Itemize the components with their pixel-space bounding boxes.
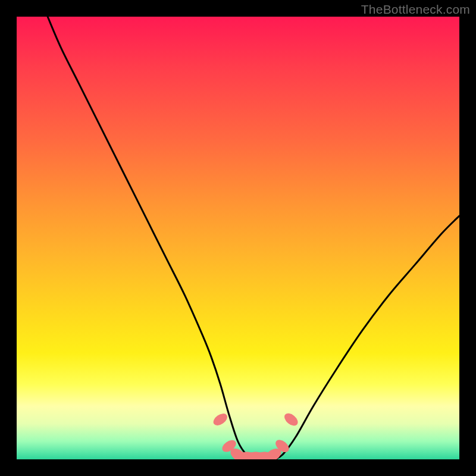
- optimal-marker: [211, 411, 229, 428]
- curve-svg: [17, 17, 459, 459]
- optimal-marker: [282, 411, 300, 428]
- bottleneck-curve-path: [48, 17, 459, 459]
- plot-area: [17, 17, 459, 459]
- optimal-band: [211, 411, 300, 459]
- watermark-text: TheBottleneck.com: [361, 2, 470, 17]
- chart-frame: TheBottleneck.com: [0, 0, 476, 476]
